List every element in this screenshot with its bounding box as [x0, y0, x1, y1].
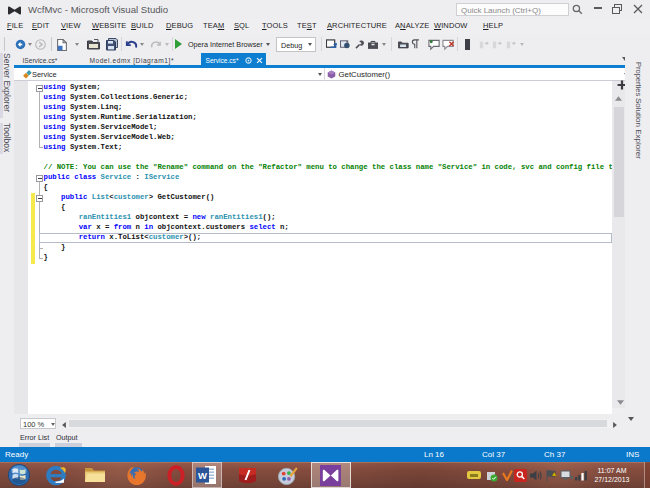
- svg-text:W: W: [198, 470, 207, 481]
